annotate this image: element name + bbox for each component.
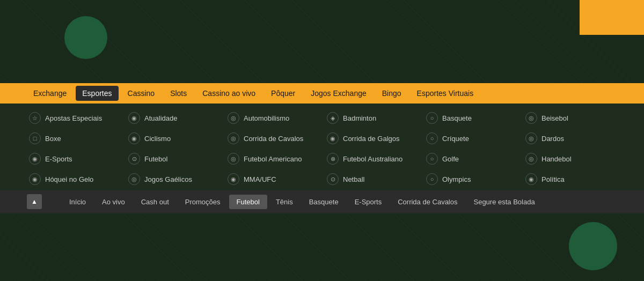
sport-item-ciclismo[interactable]: ◉Ciclismo bbox=[126, 129, 220, 147]
decorative-circle-tl bbox=[64, 16, 107, 59]
bottom-item-futebol[interactable]: Futebol bbox=[229, 195, 267, 209]
sport-label: MMA/UFC bbox=[244, 175, 276, 183]
sport-item-política[interactable]: ◉Política bbox=[523, 170, 617, 188]
sport-icon: ⊙ bbox=[128, 153, 140, 165]
sport-item-golfe[interactable]: ○Golfe bbox=[424, 150, 518, 168]
sport-item-handebol[interactable]: ◎Handebol bbox=[523, 150, 617, 168]
sport-icon: □ bbox=[29, 132, 41, 144]
sport-label: Ciclismo bbox=[144, 135, 171, 143]
nav-item-pôquer[interactable]: Pôquer bbox=[265, 86, 302, 101]
sport-item-jogos-gaélicos[interactable]: ◎Jogos Gaélicos bbox=[126, 170, 220, 188]
sport-label: Netball bbox=[343, 175, 364, 183]
bottom-item-promoções[interactable]: Promoções bbox=[178, 195, 228, 209]
bottom-item-corrida-de-cavalos[interactable]: Corrida de Cavalos bbox=[390, 195, 465, 209]
sport-icon: ○ bbox=[426, 173, 438, 185]
sport-icon: ⊙ bbox=[327, 173, 339, 185]
betfair-logo bbox=[580, 0, 644, 35]
nav-item-cassino[interactable]: Cassino bbox=[121, 86, 162, 101]
sport-icon: ◉ bbox=[29, 153, 41, 165]
main-navigation: ExchangeEsportesCassinoSlotsCassino ao v… bbox=[0, 83, 644, 103]
sport-icon: ◎ bbox=[128, 173, 140, 185]
nav-item-jogos-exchange[interactable]: Jogos Exchange bbox=[304, 86, 373, 101]
sport-item-mma/ufc[interactable]: ◉MMA/UFC bbox=[225, 170, 319, 188]
sport-item-corrida-de-cavalos[interactable]: ◎Corrida de Cavalos bbox=[225, 129, 319, 147]
nav-item-esportes-virtuais[interactable]: Esportes Virtuais bbox=[411, 86, 480, 101]
sport-item-olympics[interactable]: ○Olympics bbox=[424, 170, 518, 188]
sport-label: Handebol bbox=[541, 155, 572, 163]
sport-item-beisebol[interactable]: ◎Beisebol bbox=[523, 109, 617, 127]
sport-label: Dardos bbox=[541, 135, 564, 143]
sport-icon: ◉ bbox=[327, 132, 339, 144]
sport-item-dardos[interactable]: ◎Dardos bbox=[523, 129, 617, 147]
sport-label: Corrida de Galgos bbox=[343, 135, 400, 143]
sport-icon: ◎ bbox=[228, 112, 239, 124]
sport-item-críquete[interactable]: ○Críquete bbox=[424, 129, 518, 147]
sport-item-boxe[interactable]: □Boxe bbox=[27, 129, 121, 147]
toggle-button[interactable]: ▲ bbox=[27, 194, 42, 209]
bottom-bar: ▲ InícioAo vivoCash outPromoçõesFutebolT… bbox=[0, 190, 644, 213]
sport-label: Badminton bbox=[343, 114, 376, 122]
sport-icon: ○ bbox=[426, 132, 438, 144]
decorative-circle-br bbox=[569, 222, 617, 270]
sport-label: Futebol Americano bbox=[244, 155, 302, 163]
sport-icon: ◉ bbox=[525, 173, 537, 185]
bottom-item-início[interactable]: Início bbox=[62, 195, 93, 209]
bottom-item-tênis[interactable]: Tênis bbox=[268, 195, 301, 209]
sport-item-corrida-de-galgos[interactable]: ◉Corrida de Galgos bbox=[325, 129, 419, 147]
nav-item-slots[interactable]: Slots bbox=[164, 86, 193, 101]
sport-item-e-sports[interactable]: ◉E-Sports bbox=[27, 150, 121, 168]
sport-icon: ◉ bbox=[29, 173, 41, 185]
sport-icon: ◉ bbox=[228, 173, 239, 185]
sport-label: Atualidade bbox=[144, 114, 177, 122]
sport-label: Beisebol bbox=[541, 114, 568, 122]
sport-label: Basquete bbox=[442, 114, 472, 122]
sport-icon: ○ bbox=[426, 112, 438, 124]
sport-label: Corrida de Cavalos bbox=[244, 135, 303, 143]
sport-icon: ◎ bbox=[525, 112, 537, 124]
sport-label: Olympics bbox=[442, 175, 471, 183]
sport-label: Jogos Gaélicos bbox=[144, 175, 192, 183]
sport-item-futebol[interactable]: ⊙Futebol bbox=[126, 150, 220, 168]
sport-icon: ◉ bbox=[128, 112, 140, 124]
bottom-item-basquete[interactable]: Basquete bbox=[302, 195, 346, 209]
sport-item-hóquei-no-gelo[interactable]: ◉Hóquei no Gelo bbox=[27, 170, 121, 188]
sport-label: Apostas Especiais bbox=[45, 114, 102, 122]
nav-item-exchange[interactable]: Exchange bbox=[27, 86, 73, 101]
sport-icon: ◎ bbox=[525, 132, 537, 144]
sport-item-apostas-especiais[interactable]: ☆Apostas Especiais bbox=[27, 109, 121, 127]
sport-icon: ○ bbox=[426, 153, 438, 165]
sport-item-futebol-americano[interactable]: ◎Futebol Americano bbox=[225, 150, 319, 168]
sport-item-futebol-australiano[interactable]: ⊗Futebol Australiano bbox=[325, 150, 419, 168]
sport-item-automobilismo[interactable]: ◎Automobilismo bbox=[225, 109, 319, 127]
sport-item-basquete[interactable]: ○Basquete bbox=[424, 109, 518, 127]
sport-item-atualidade[interactable]: ◉Atualidade bbox=[126, 109, 220, 127]
sport-label: Boxe bbox=[45, 135, 61, 143]
bottom-item-segure-esta-bolada[interactable]: Segure esta Bolada bbox=[466, 195, 542, 209]
sport-icon: ⊗ bbox=[327, 153, 339, 165]
sport-icon: ◉ bbox=[128, 132, 140, 144]
sport-label: Hóquei no Gelo bbox=[45, 175, 93, 183]
sport-label: E-Sports bbox=[45, 155, 72, 163]
sport-label: Críquete bbox=[442, 135, 469, 143]
sport-icon: ◎ bbox=[228, 132, 239, 144]
sport-icon: ◎ bbox=[525, 153, 537, 165]
sport-item-netball[interactable]: ⊙Netball bbox=[325, 170, 419, 188]
sport-icon: ◎ bbox=[228, 153, 239, 165]
nav-item-cassino-ao-vivo[interactable]: Cassino ao vivo bbox=[196, 86, 262, 101]
sport-icon: ◈ bbox=[327, 112, 339, 124]
nav-item-esportes[interactable]: Esportes bbox=[76, 86, 118, 101]
sport-label: Política bbox=[541, 175, 565, 183]
bottom-item-e-sports[interactable]: E-Sports bbox=[347, 195, 390, 209]
all-sports-label[interactable] bbox=[46, 198, 61, 205]
nav-item-bingo[interactable]: Bingo bbox=[376, 86, 408, 101]
bottom-item-ao-vivo[interactable]: Ao vivo bbox=[94, 195, 133, 209]
sport-label: Golfe bbox=[442, 155, 459, 163]
bottom-item-cash-out[interactable]: Cash out bbox=[134, 195, 177, 209]
sport-label: Automobilismo bbox=[244, 114, 289, 122]
sport-label: Futebol Australiano bbox=[343, 155, 402, 163]
sport-icon: ☆ bbox=[29, 112, 41, 124]
sport-label: Futebol bbox=[144, 155, 167, 163]
sport-item-badminton[interactable]: ◈Badminton bbox=[325, 109, 419, 127]
